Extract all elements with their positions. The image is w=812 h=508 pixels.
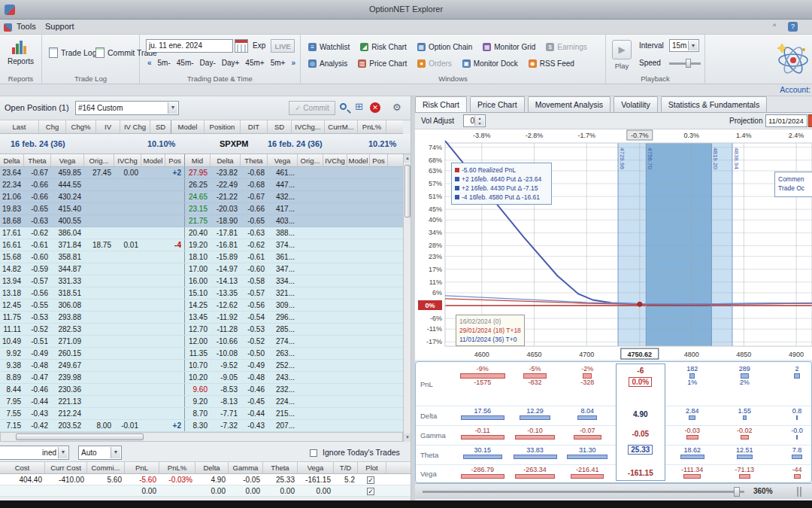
tab-movement-analysis[interactable]: Movement Analysis [528,96,611,112]
summary-header-plot[interactable]: Plot [358,462,386,473]
tab-price-chart[interactable]: Price Chart [470,96,525,112]
option-row[interactable]: 12.45-0.55306.0814.25-12.62-0.56309... [0,300,403,312]
summary-header-t-d[interactable]: T/D [334,462,358,473]
menu-support[interactable]: Support [45,22,74,31]
gear-icon[interactable]: ⚙ [392,102,401,113]
option-row[interactable]: 10.49-0.51271.0912.00-10.66-0.52274... [0,336,403,348]
tab-statistics-fundamentals[interactable]: Statistics & Fundamentals [661,96,767,112]
column-header-ivchg-4[interactable]: IVChg [114,154,141,166]
window-toggle-earnings[interactable]: $Earnings [546,40,586,53]
calendar-icon[interactable] [235,39,248,53]
play-button[interactable]: ▶ [612,40,632,59]
window-toggle-rss-feed[interactable]: ◉RSS Feed [529,56,574,70]
column-header-last-0[interactable]: Last [0,120,39,133]
grid-add-icon[interactable]: ⊞ [355,101,363,112]
option-row[interactable]: 7.95-0.44221.139.20-8.13-0.45224... [0,396,403,408]
column-header-mid-7[interactable]: Mid [185,154,211,166]
speed-slider-thumb[interactable] [686,59,691,68]
column-header-sd-9[interactable]: SD [268,120,292,133]
date-nav-45m-button[interactable]: 45m+ [242,57,267,68]
column-header-model-5[interactable]: Model [141,154,165,166]
option-row[interactable]: 15.68-0.60358.8118.10-15.89-0.61361... [0,251,403,263]
window-toggle-option-chain[interactable]: ▦Option Chain [417,40,472,53]
option-row[interactable]: 14.82-0.59344.8717.00-14.97-0.60347... [0,263,403,275]
column-header-vega-2[interactable]: Vega [51,154,84,166]
column-header-position-7[interactable]: Position [205,120,241,133]
option-row[interactable]: 22.34-0.66444.5526.25-22.49-0.68447... [0,179,403,191]
summary-header-curr-cost[interactable]: Curr Cost [45,462,87,473]
column-header-vega-10[interactable]: Vega [268,154,298,166]
date-nav-45m-button[interactable]: 45m- [174,57,197,68]
option-row[interactable]: 18.68-0.63400.5521.75-18.90-0.65403... [0,215,403,227]
window-toggle-price-chart[interactable]: ▥Price Chart [358,56,407,70]
position-select[interactable]: #164 Custom ▼ [75,101,179,115]
option-row[interactable]: 23.64-0.67459.8527.450.00+227.95-23.82-0… [0,167,403,179]
option-row[interactable]: 11.75-0.53293.8813.45-11.92-0.54296... [0,312,403,324]
scrollbar-thumb[interactable] [16,433,144,440]
date-nav-item-button[interactable]: » [288,57,298,68]
search-icon[interactable] [340,103,347,110]
zoom-slider-track[interactable] [423,491,744,493]
interval-select[interactable]: 15m ▼ [669,39,699,52]
column-header-pos-14[interactable]: Pos [370,154,388,166]
option-row[interactable]: 7.15-0.42203.528.00-0.01+28.30-7.32-0.43… [0,420,403,432]
scroll-up-icon[interactable]: ▲ [404,154,411,163]
summary-header-cost[interactable]: Cost [0,462,45,473]
summary-header-theta[interactable]: Theta [263,462,298,473]
window-toggle-watchlist[interactable]: ≡Watchlist [308,40,350,53]
tab-risk-chart[interactable]: Risk Chart [415,96,467,112]
commit-button[interactable]: ✓ Commit [289,101,335,115]
option-row[interactable]: 19.83-0.65415.4023.15-20.03-0.66417... [0,203,403,215]
projection-date-input[interactable]: 11/01/2024 [765,114,807,127]
summary-header-vega[interactable]: Vega [298,462,334,473]
combined-select[interactable]: ined ▼ [0,446,69,460]
column-header-theta-9[interactable]: Theta [241,154,268,166]
option-row[interactable]: 13.18-0.56318.5115.10-13.35-0.57321... [0,287,403,300]
plot-checkbox[interactable]: ✓ [367,488,374,495]
window-toggle-monitor-grid[interactable]: ▦Monitor Grid [483,40,535,53]
option-row[interactable]: 11.11-0.52282.5312.70-11.28-0.53285... [0,324,403,336]
window-toggle-analysis[interactable]: ◎Analysis [308,56,347,70]
window-toggle-monitor-dock[interactable]: ▣Monitor Dock [462,56,518,70]
date-nav-day-button[interactable]: Day+ [219,57,243,68]
vertical-scrollbar[interactable]: ▲ ▼ [403,154,411,442]
resize-grip-icon[interactable] [797,487,798,497]
column-header-pos-6[interactable]: Pos [165,154,185,166]
zoom-slider-thumb[interactable] [734,487,740,497]
horizontal-scrollbar[interactable] [0,432,403,442]
option-row[interactable]: 21.06-0.66430.2424.65-21.22-0.67432... [0,191,403,203]
option-row[interactable]: 9.92-0.49260.1511.35-10.08-0.50263... [0,348,403,360]
speed-slider-track[interactable] [669,62,701,65]
column-header-ivchg-10[interactable]: IVChg... [292,120,325,133]
option-row[interactable]: 8.44-0.46230.369.60-8.53-0.46232... [0,384,403,396]
option-row[interactable]: 16.61-0.61371.8418.750.01-419.20-16.81-0… [0,239,403,251]
help-icon[interactable]: ? [788,22,798,32]
date-nav-5m-button[interactable]: 5m+ [268,57,289,68]
vol-adjust-spinner[interactable]: 0 ▲▼ [463,114,486,127]
trading-date-input[interactable]: ju. 11 ene. 2024 [146,39,233,53]
window-toggle-risk-chart[interactable]: ◢Risk Chart [360,40,407,53]
column-header-theta-1[interactable]: Theta [24,154,51,166]
column-header-iv-3[interactable]: IV [96,120,120,133]
option-row[interactable]: 13.94-0.57331.3316.00-14.13-0.58334... [0,275,403,287]
column-header-delta-0[interactable]: Delta [0,154,24,166]
expiry-group-row[interactable]: 16 feb. 24 (36) 10.10% SPXPM 16 feb. 24 … [0,134,411,154]
option-row[interactable]: 17.61-0.62386.0420.40-17.81-0.63388... [0,227,403,239]
projection-go-button[interactable] [808,114,812,127]
date-nav-item-button[interactable]: « [144,57,155,68]
column-header-pnl-12[interactable]: PnL% [358,120,386,133]
column-header-ivchg-12[interactable]: IVChg [323,154,347,166]
auto-select[interactable]: Auto ▼ [78,446,122,460]
option-row[interactable]: 8.89-0.47239.9810.20-9.05-0.48243... [0,372,403,384]
scrollbar-thumb[interactable] [404,165,411,217]
date-nav-day-button[interactable]: Day- [197,57,219,68]
column-header-chg-1[interactable]: Chg [39,120,66,133]
tab-volatility[interactable]: Volatility [614,96,658,112]
column-header-model-13[interactable]: Model [347,154,370,166]
live-button[interactable]: LIVE [271,39,295,53]
collapse-ribbon-icon[interactable]: ^ [773,23,776,30]
plot-checkbox[interactable]: ✓ [367,476,374,484]
date-nav-5m-button[interactable]: 5m- [155,57,174,68]
option-row[interactable]: 9.38-0.48249.6710.70-9.52-0.49252... [0,360,403,372]
column-header-delta-8[interactable]: Delta [211,154,241,166]
